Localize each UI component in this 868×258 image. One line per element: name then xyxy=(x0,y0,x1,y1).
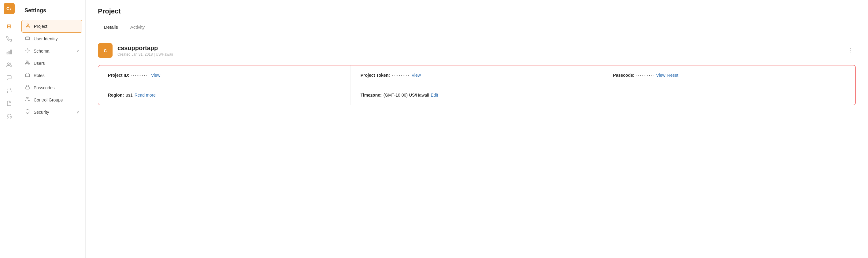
svg-rect-1 xyxy=(8,51,9,54)
rail-users-icon[interactable] xyxy=(4,59,15,70)
svg-point-4 xyxy=(27,24,28,25)
tab-activity[interactable]: Activity xyxy=(124,22,151,33)
svg-point-3 xyxy=(7,63,9,65)
sidebar-item-control-groups-label: Control Groups xyxy=(34,98,63,102)
sidebar-item-user-identity-label: User Identity xyxy=(34,36,58,41)
sidebar-item-user-identity[interactable]: User Identity xyxy=(18,33,85,45)
project-card-header: c cssupportapp Created Jan 31, 2018 | US… xyxy=(98,43,856,58)
users-nav-icon xyxy=(25,60,31,66)
timezone-value: (GMT-10:00) US/Hawaii xyxy=(383,93,429,98)
sidebar-item-project[interactable]: Project xyxy=(22,20,82,33)
rail-transfer-icon[interactable] xyxy=(4,85,15,96)
info-cell-project-id: Project ID: ·········· View xyxy=(98,65,351,85)
rail-chart-icon[interactable] xyxy=(4,46,15,58)
svg-point-7 xyxy=(27,50,28,51)
project-id-dots: ·········· xyxy=(131,73,149,78)
sidebar-item-roles[interactable]: Roles xyxy=(18,69,85,82)
timezone-edit-link[interactable]: Edit xyxy=(431,93,438,98)
timezone-label: Timezone: xyxy=(361,93,382,98)
passcode-view-link[interactable]: View xyxy=(656,73,665,78)
svg-rect-5 xyxy=(25,37,29,39)
project-token-label: Project Token: xyxy=(361,73,390,78)
project-id-view-link[interactable]: View xyxy=(151,73,160,78)
project-info: cssupportapp Created Jan 31, 2018 | US/H… xyxy=(118,45,173,57)
main-header: Project Details Activity xyxy=(86,0,868,33)
security-chevron-icon: ∨ xyxy=(76,110,79,114)
icon-rail: C ∨ ⊞ xyxy=(0,0,18,258)
tabs-bar: Details Activity xyxy=(98,22,856,33)
rail-headset-icon[interactable] xyxy=(4,111,15,122)
project-name: cssupportapp xyxy=(118,45,173,52)
rail-document-icon[interactable] xyxy=(4,98,15,109)
svg-rect-2 xyxy=(7,52,8,54)
app-logo[interactable]: C ∨ xyxy=(4,3,15,14)
info-cell-region: Region: us1 Read more xyxy=(98,85,351,105)
info-cell-passcode: Passcode: ·········· View Reset xyxy=(603,65,856,85)
project-info-box: Project ID: ·········· View Project Toke… xyxy=(98,65,856,105)
passcode-dots: ·········· xyxy=(636,73,654,78)
sidebar-item-schema[interactable]: Schema ∨ xyxy=(18,45,85,57)
sidebar-item-control-groups[interactable]: Control Groups xyxy=(18,94,85,106)
sidebar-item-security[interactable]: Security ∨ xyxy=(18,106,85,118)
project-card-left: c cssupportapp Created Jan 31, 2018 | US… xyxy=(98,43,173,58)
project-id-label: Project ID: xyxy=(108,73,129,78)
tab-details[interactable]: Details xyxy=(98,22,124,33)
svg-point-11 xyxy=(26,98,28,99)
main-content: Project Details Activity c cssupportapp … xyxy=(86,0,868,258)
content-area: c cssupportapp Created Jan 31, 2018 | US… xyxy=(86,33,868,115)
sidebar-item-schema-label: Schema xyxy=(34,49,49,54)
roles-icon xyxy=(25,72,31,78)
svg-rect-0 xyxy=(10,50,11,54)
security-icon xyxy=(25,109,31,115)
info-cell-timezone: Timezone: (GMT-10:00) US/Hawaii Edit xyxy=(351,85,603,105)
info-row-2: Region: us1 Read more Timezone: (GMT-10:… xyxy=(98,85,856,105)
project-token-dots: ·········· xyxy=(392,73,410,78)
info-row-1: Project ID: ·········· View Project Toke… xyxy=(98,65,856,85)
sidebar-item-passcodes[interactable]: Passcodes xyxy=(18,82,85,94)
schema-chevron-icon: ∨ xyxy=(76,49,79,53)
passcode-reset-link[interactable]: Reset xyxy=(667,73,678,78)
rail-phone-icon[interactable] xyxy=(4,34,15,45)
project-icon xyxy=(25,23,31,29)
more-options-button[interactable]: ⋮ xyxy=(845,44,856,57)
project-token-view-link[interactable]: View xyxy=(412,73,421,78)
sidebar-item-passcodes-label: Passcodes xyxy=(34,85,55,90)
info-cell-project-token: Project Token: ·········· View xyxy=(351,65,603,85)
passcode-label: Passcode: xyxy=(613,73,634,78)
svg-point-8 xyxy=(26,61,28,62)
sidebar-item-roles-label: Roles xyxy=(34,73,45,78)
svg-rect-9 xyxy=(25,74,29,77)
sidebar-item-users-label: Users xyxy=(34,61,45,66)
sidebar-item-project-label: Project xyxy=(34,24,48,29)
region-read-more-link[interactable]: Read more xyxy=(134,93,156,98)
schema-icon xyxy=(25,48,31,54)
sidebar-item-security-label: Security xyxy=(34,110,49,115)
sidebar: Settings Project User Identity Schema ∨ … xyxy=(18,0,86,258)
svg-rect-10 xyxy=(26,87,29,89)
project-meta: Created Jan 31, 2018 | US/Hawaii xyxy=(118,52,173,57)
page-title: Project xyxy=(98,7,856,15)
sidebar-title: Settings xyxy=(18,5,85,20)
control-groups-icon xyxy=(25,97,31,103)
rail-chat-icon[interactable] xyxy=(4,72,15,83)
user-identity-icon xyxy=(25,36,31,42)
sidebar-item-users[interactable]: Users xyxy=(18,57,85,69)
region-value: us1 xyxy=(126,93,133,98)
project-avatar: c xyxy=(98,43,113,58)
passcodes-icon xyxy=(25,85,31,91)
region-label: Region: xyxy=(108,93,124,98)
rail-groups-icon[interactable]: ⊞ xyxy=(4,21,15,32)
